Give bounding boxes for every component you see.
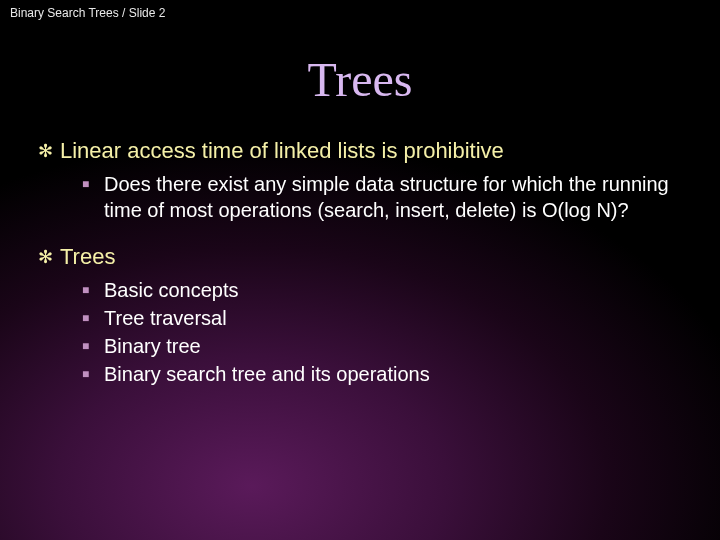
breadcrumb: Binary Search Trees / Slide 2 <box>10 6 165 20</box>
slide-title: Trees <box>0 52 720 107</box>
bullet-text: Binary search tree and its operations <box>104 361 688 387</box>
bullet-level2: ■ Does there exist any simple data struc… <box>82 171 688 223</box>
star-bullet-icon: ✻ <box>38 137 60 165</box>
square-bullet-icon: ■ <box>82 333 104 359</box>
square-bullet-icon: ■ <box>82 171 104 197</box>
bullet-level2: ■ Basic concepts <box>82 277 688 303</box>
bullet-level1: ✻ Linear access time of linked lists is … <box>38 137 688 165</box>
bullet-text: Tree traversal <box>104 305 688 331</box>
square-bullet-icon: ■ <box>82 305 104 331</box>
bullet-level1: ✻ Trees <box>38 243 688 271</box>
bullet-level2: ■ Tree traversal <box>82 305 688 331</box>
bullet-level2: ■ Binary search tree and its operations <box>82 361 688 387</box>
bullet-text: Linear access time of linked lists is pr… <box>60 137 688 165</box>
slide-header: Binary Search Trees / Slide 2 <box>0 0 720 24</box>
slide-content: ✻ Linear access time of linked lists is … <box>0 137 720 387</box>
star-bullet-icon: ✻ <box>38 243 60 271</box>
bullet-level2: ■ Binary tree <box>82 333 688 359</box>
bullet-text: Does there exist any simple data structu… <box>104 171 688 223</box>
square-bullet-icon: ■ <box>82 361 104 387</box>
bullet-text: Binary tree <box>104 333 688 359</box>
bullet-text: Basic concepts <box>104 277 688 303</box>
square-bullet-icon: ■ <box>82 277 104 303</box>
bullet-text: Trees <box>60 243 688 271</box>
